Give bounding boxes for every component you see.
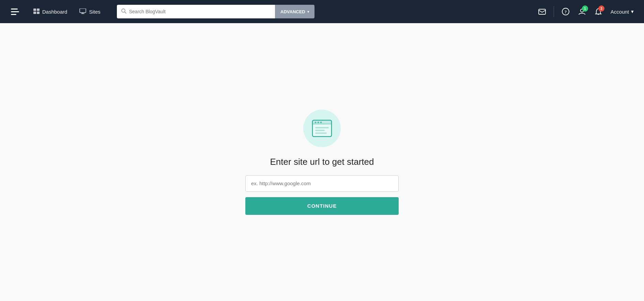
- svg-point-14: [318, 122, 319, 123]
- nav-logo-button[interactable]: [7, 9, 23, 15]
- user-badge: 1: [582, 5, 588, 12]
- continue-button[interactable]: CONTINUE: [245, 197, 399, 215]
- svg-rect-16: [315, 127, 329, 128]
- svg-rect-2: [33, 12, 36, 14]
- account-chevron-icon: ▾: [631, 9, 634, 15]
- dashboard-label: Dashboard: [42, 9, 67, 15]
- search-icon: [121, 8, 126, 15]
- monitor-icon: [79, 9, 86, 15]
- account-button[interactable]: Account ▾: [607, 4, 637, 19]
- svg-rect-1: [37, 9, 40, 11]
- svg-point-13: [315, 122, 317, 123]
- svg-rect-0: [33, 9, 36, 11]
- site-icon-circle: [303, 110, 341, 147]
- svg-rect-6: [539, 9, 546, 14]
- nav-right: ? 1 3 Account ▾: [535, 4, 637, 19]
- chevron-down-icon: ▾: [307, 10, 309, 14]
- dashboard-nav-link[interactable]: Dashboard: [27, 0, 73, 23]
- nav-divider: [554, 6, 554, 17]
- account-label: Account: [611, 9, 629, 15]
- svg-rect-3: [37, 12, 40, 14]
- site-url-input[interactable]: [245, 175, 399, 192]
- svg-rect-17: [315, 130, 325, 131]
- hamburger-icon: [11, 9, 19, 15]
- help-button[interactable]: ?: [558, 4, 573, 19]
- sites-label: Sites: [89, 9, 100, 15]
- dashboard-icon: [33, 9, 40, 15]
- sites-nav-link[interactable]: Sites: [73, 0, 106, 23]
- user-button[interactable]: 1: [574, 4, 589, 19]
- svg-rect-4: [80, 9, 86, 13]
- notifications-badge: 3: [598, 5, 604, 12]
- svg-point-15: [320, 122, 322, 123]
- mail-button[interactable]: [535, 4, 550, 19]
- advanced-button[interactable]: ADVANCED ▾: [275, 5, 315, 18]
- search-container: ADVANCED ▾: [117, 5, 315, 18]
- search-wrapper: [117, 5, 275, 18]
- search-input[interactable]: [129, 9, 271, 14]
- svg-text:?: ?: [565, 9, 567, 14]
- notifications-button[interactable]: 3: [591, 4, 606, 19]
- svg-rect-18: [315, 132, 327, 134]
- browser-window-icon: [312, 120, 332, 137]
- navbar: Dashboard Sites ADVANCED ▾: [0, 0, 644, 23]
- main-content: Enter site url to get started CONTINUE: [0, 23, 644, 301]
- page-heading: Enter site url to get started: [270, 157, 374, 167]
